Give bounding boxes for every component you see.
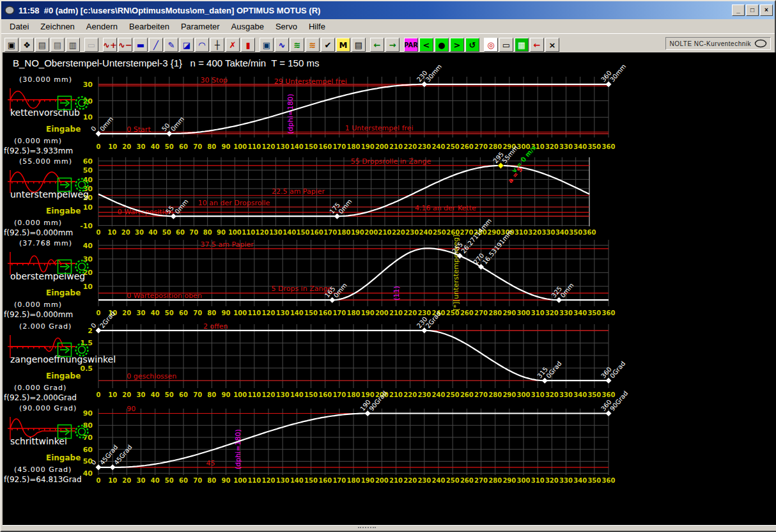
marker-value-label: 0mm <box>98 115 114 132</box>
menu-zeichnen[interactable]: Zeichnen <box>35 20 80 33</box>
remove-segment-icon[interactable]: ∿− <box>118 38 132 52</box>
x-tick-label: 120 <box>262 391 275 398</box>
menu-hilfe[interactable]: Hilfe <box>303 20 331 33</box>
delete-node-icon[interactable]: ✗ <box>226 38 240 52</box>
x-tick-label: 330 <box>559 391 573 398</box>
target-icon[interactable]: ◎ <box>484 38 498 52</box>
maximize-button[interactable]: □ <box>746 4 759 16</box>
menu-bearbeiten[interactable]: Bearbeiten <box>123 20 175 33</box>
print-color-icon[interactable]: ▤ <box>35 38 49 52</box>
close-tool-icon[interactable]: × <box>545 38 559 52</box>
x-tick-label: 300 <box>517 309 531 317</box>
x-tick-label: 50 <box>162 229 171 236</box>
clipboard-icon[interactable]: ▣ <box>260 38 274 52</box>
curve-name-label[interactable]: zangenoeffnungswinkel <box>10 354 116 364</box>
x-tick-label: 10 <box>107 229 116 236</box>
analysis-icon-glyph: ≋ <box>294 40 301 50</box>
curve-marker[interactable] <box>556 297 562 303</box>
next-button[interactable]: > <box>450 38 464 52</box>
add-segment-icon[interactable]: ∿+ <box>103 38 117 52</box>
remove-segment-icon-glyph: ∿− <box>118 40 132 50</box>
sidebar-zangenoeffnungswinkel: (2.000 Grad)zangenoeffnungswinkelEingabe… <box>4 322 116 402</box>
reference-label: 0 Start <box>127 125 151 134</box>
curve-name-label[interactable]: unterstempelweg <box>10 189 89 199</box>
x-tick-label: 340 <box>573 309 587 317</box>
menu-ausgabe[interactable]: Ausgabe <box>226 20 270 33</box>
blank-icon[interactable]: ▭ <box>84 38 98 52</box>
curve-marker[interactable] <box>421 327 427 333</box>
curve-marker[interactable] <box>329 297 335 303</box>
reference-label: 45 <box>206 459 215 467</box>
curve-marker[interactable] <box>606 378 612 384</box>
x-tick-label: 50 <box>165 309 174 317</box>
rise-segment-icon-glyph: ╱ <box>153 40 159 50</box>
curve-marker[interactable] <box>96 327 102 333</box>
menu-aendern[interactable]: Aendern <box>81 20 123 33</box>
spline-icon[interactable]: ◠ <box>195 38 209 52</box>
window-controls: _□× <box>732 4 773 16</box>
curve-marker[interactable] <box>498 162 504 168</box>
x-tick-label: 70 <box>193 143 202 150</box>
menu-servo[interactable]: Servo <box>270 20 303 33</box>
edit-curve-icon[interactable]: ∿ <box>275 38 289 52</box>
frame-icon[interactable]: ▣ <box>4 38 19 52</box>
input-mode-label: Eingabe <box>46 453 81 462</box>
plots-canvas[interactable]: 30 Stop29 Unterstempel frei1 Unterstempe… <box>3 52 776 527</box>
print-preview-icon[interactable]: ▥ <box>66 38 80 52</box>
curve-name-label[interactable]: kettenvorschub <box>10 107 80 118</box>
y-tick-label: 30 <box>83 255 93 263</box>
curve-family-icon[interactable]: ≋ <box>306 38 320 52</box>
curve-name-label[interactable]: oberstempelweg <box>10 271 85 281</box>
minimize-button[interactable]: _ <box>732 4 745 16</box>
titlebar[interactable]: 11:58 #0 (adm) [c:\users\RN\OptimusMotus… <box>1 1 775 19</box>
previous-button[interactable]: < <box>419 38 433 52</box>
back-icon[interactable]: ← <box>370 38 384 52</box>
x-tick-label: 100 <box>233 309 247 317</box>
curve-marker[interactable] <box>110 464 116 470</box>
analysis-icon[interactable]: ≋ <box>290 38 304 52</box>
curve-marker[interactable] <box>334 214 340 219</box>
resize-grip[interactable] <box>358 527 376 531</box>
x-tick-label: 250 <box>446 309 460 317</box>
x-tick-label: 180 <box>347 309 361 317</box>
rotate-button[interactable]: ↺ <box>465 38 479 52</box>
dwell-segment-icon[interactable]: ▬ <box>134 38 148 52</box>
forward-icon[interactable]: → <box>385 38 400 52</box>
trash-icon[interactable]: ▮ <box>241 38 255 52</box>
menu-datei[interactable]: Datei <box>4 20 35 33</box>
zoom-window-icon[interactable]: ❖ <box>20 38 34 52</box>
rise-segment-icon[interactable]: ╱ <box>149 38 163 52</box>
x-tick-label: 80 <box>207 143 216 150</box>
x-tick-label: 280 <box>488 477 502 484</box>
x-tick-label: 30 <box>135 229 144 236</box>
curve-marker[interactable] <box>542 378 548 384</box>
close-button[interactable]: × <box>760 4 773 16</box>
point-button[interactable]: ● <box>435 38 449 52</box>
x-tick-label: 260 <box>460 391 474 398</box>
curve-marker[interactable] <box>365 411 371 416</box>
document-icon[interactable]: ▤ <box>352 38 366 52</box>
curve-name-label[interactable]: schrittwinkel <box>10 436 67 446</box>
invert-icon[interactable]: ◪ <box>180 38 194 52</box>
x-tick-label: 240 <box>432 391 446 398</box>
reference-label: 0 geschlossen <box>127 372 176 380</box>
table-button[interactable]: ▦ <box>515 38 529 52</box>
statusbar <box>3 525 776 531</box>
parameters-button[interactable]: PAR <box>404 38 418 52</box>
approve-icon[interactable]: ✔ <box>321 38 335 52</box>
select-frame-icon[interactable]: ▭ <box>499 38 513 52</box>
print-icon[interactable]: ▤ <box>50 38 65 52</box>
drawing-area[interactable]: B_NO_Oberstempel-Unterstempel-3 {1} n = … <box>3 52 776 527</box>
crosshair-icon[interactable]: ┼ <box>210 38 224 52</box>
draw-segment-icon[interactable]: ✎ <box>164 38 178 52</box>
input-mode-label: Eingabe <box>46 207 81 215</box>
return-icon[interactable]: ← <box>530 38 544 52</box>
motor-lamp-icon[interactable]: M <box>336 38 350 52</box>
curve-marker[interactable] <box>96 464 102 470</box>
x-tick-label: 140 <box>290 309 304 317</box>
menu-parameter[interactable]: Parameter <box>175 20 226 33</box>
curve-marker[interactable] <box>606 411 612 416</box>
x-tick-label: 70 <box>193 477 202 484</box>
x-tick-label: 10 <box>108 477 117 484</box>
grid-schrittwinkel <box>98 409 609 475</box>
